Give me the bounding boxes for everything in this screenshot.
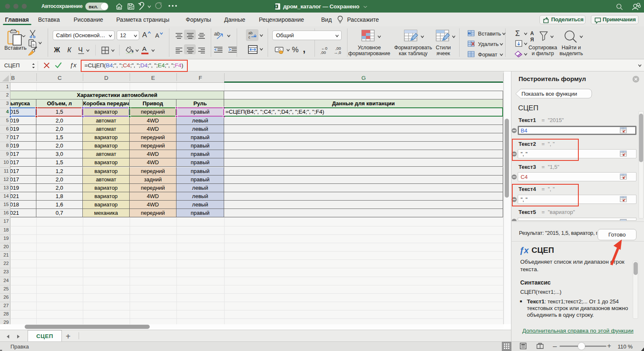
svg-text:→,0: →,0 [334,50,341,54]
svg-text:,00: ,00 [320,50,326,54]
svg-text:А: А [530,31,534,36]
svg-text:ab: ab [248,31,253,35]
svg-text:X: X [275,5,277,8]
svg-text:Я: Я [530,37,534,43]
svg-text:c: c [248,35,250,39]
